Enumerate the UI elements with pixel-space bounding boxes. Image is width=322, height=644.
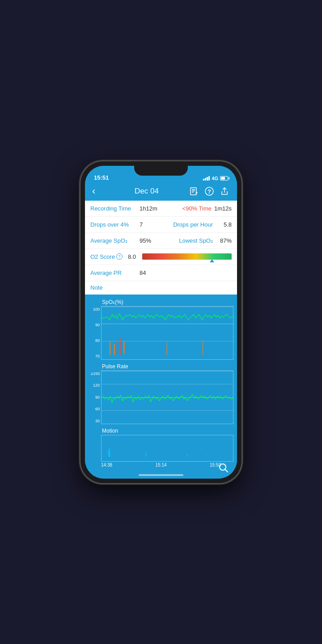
o2-score-label: O2 Score ? [90, 253, 123, 260]
svg-rect-8 [117, 339, 118, 354]
drops-value: 7 [140, 221, 143, 228]
header-title: Dec 04 [105, 187, 189, 196]
lowest-spo2-label: Lowest SpO₂ [171, 237, 216, 244]
below-90-label: <90% Time [169, 205, 214, 212]
drops-label: Drops over 4% [90, 221, 140, 228]
search-button[interactable] [216, 461, 231, 475]
svg-rect-10 [123, 341, 125, 354]
spo2-chart-inner [101, 306, 233, 360]
charts-area[interactable]: SpO₂(%) 100 90 80 70 [85, 295, 237, 479]
pr-chart-container: Pulse Rate ≥150 120 90 60 30 [89, 362, 233, 424]
svg-line-21 [225, 469, 228, 472]
spo2-y-90: 90 [89, 323, 101, 327]
grid-line-90 [102, 324, 233, 324]
phone-screen: 15:51 4G ‹ Dec 04 [85, 166, 237, 479]
notch [134, 166, 188, 176]
back-button[interactable]: ‹ [92, 185, 105, 197]
edit-icon[interactable] [189, 186, 199, 197]
motion-chart-container: Motion [89, 427, 233, 468]
phone-frame: 15:51 4G ‹ Dec 04 [80, 161, 242, 483]
svg-rect-12 [202, 341, 203, 354]
note-label: Note [90, 284, 102, 291]
pr-grid-120 [102, 384, 233, 384]
pr-grid-60 [102, 410, 233, 411]
svg-rect-11 [166, 342, 167, 355]
svg-rect-0 [191, 188, 196, 195]
spo2-y-100: 100 [89, 307, 101, 311]
grid-line-100 [102, 307, 233, 307]
pr-grid-90 [102, 397, 233, 398]
pr-grid-150 [102, 371, 233, 371]
pr-grid-30 [102, 424, 233, 424]
share-icon[interactable] [219, 186, 230, 197]
svg-rect-9 [120, 338, 121, 354]
note-row: Note [85, 281, 237, 295]
o2-score-value: 8.0 [128, 253, 136, 260]
drops-per-hour-value: 5.8 [216, 221, 232, 228]
o2-help-icon[interactable]: ? [116, 253, 123, 260]
spo2-svg [102, 307, 233, 359]
avg-spo2-label: Average SpO₂ [90, 237, 140, 244]
pr-y-60: 60 [89, 407, 101, 411]
signal-bar-2 [205, 178, 206, 181]
lowest-spo2-value: 87% [216, 237, 232, 244]
pr-y-30: 30 [89, 419, 101, 423]
help-icon[interactable]: ? [204, 186, 215, 197]
spo2-y-80: 80 [89, 338, 101, 343]
motion-chart-title: Motion [89, 427, 233, 435]
signal-bars [203, 176, 210, 181]
svg-rect-18 [187, 453, 188, 457]
o2-marker [210, 259, 214, 262]
below-90-value: 1m12s [214, 205, 232, 212]
motion-svg [102, 435, 233, 461]
header-icons: ? [189, 186, 230, 197]
status-right: 4G [203, 176, 228, 181]
recording-time-row: Recording Time 1h12m <90% Time 1m12s [85, 201, 237, 217]
battery-fill [221, 177, 225, 180]
spo2-chart-title: SpO₂(%) [89, 298, 233, 306]
pr-chart-inner [101, 370, 233, 424]
time-axis: 14:38 15:14 15:50 [89, 462, 233, 468]
pr-chart-title: Pulse Rate [89, 362, 233, 370]
pr-y-axis: ≥150 120 90 60 30 [89, 370, 101, 424]
drops-row: Drops over 4% 7 Drops per Hour 5.8 [85, 217, 237, 233]
spo2-chart-wrapper: 100 90 80 70 [89, 306, 233, 360]
svg-text:?: ? [208, 188, 211, 195]
svg-rect-19 [207, 454, 207, 457]
time-label-start: 14:38 [101, 463, 112, 467]
svg-rect-14 [108, 450, 109, 457]
avg-pr-label: Average PR [90, 269, 140, 276]
signal-bar-4 [208, 176, 210, 181]
battery-icon [220, 176, 228, 181]
recording-time-label: Recording Time [90, 205, 140, 212]
pr-chart-wrapper: ≥150 120 90 60 30 [89, 370, 233, 424]
stats-section: Recording Time 1h12m <90% Time 1m12s Dro… [85, 201, 237, 295]
avg-spo2-value: 95% [140, 237, 151, 244]
header: ‹ Dec 04 ? [85, 183, 237, 201]
o2-score-row: O2 Score ? 8.0 [85, 249, 237, 265]
home-indicator [139, 474, 183, 476]
time-label-mid: 15:14 [155, 463, 166, 467]
signal-bar-1 [203, 179, 204, 181]
svg-rect-6 [110, 341, 111, 355]
pr-y-120: 120 [89, 383, 101, 387]
svg-rect-16 [110, 451, 110, 457]
svg-rect-17 [145, 452, 146, 457]
spo2-y-axis: 100 90 80 70 [89, 306, 101, 360]
signal-bar-3 [207, 177, 208, 181]
svg-rect-7 [114, 344, 115, 355]
recording-time-value: 1h12m [140, 205, 157, 212]
spo2-row: Average SpO₂ 95% Lowest SpO₂ 87% [85, 233, 237, 249]
drops-per-hour-label: Drops per Hour [171, 221, 216, 228]
spo2-chart-container: SpO₂(%) 100 90 80 70 [89, 298, 233, 360]
o2-gradient-bar [142, 253, 232, 260]
motion-chart-inner [101, 435, 233, 462]
network-label: 4G [212, 176, 218, 181]
pr-y-150: ≥150 [89, 371, 101, 376]
status-time: 15:51 [94, 174, 109, 181]
svg-rect-15 [109, 448, 110, 457]
grid-line-70 [102, 359, 233, 360]
avg-pr-row: Average PR 84 [85, 265, 237, 281]
grid-line-80 [102, 341, 233, 341]
pr-y-90: 90 [89, 395, 101, 400]
